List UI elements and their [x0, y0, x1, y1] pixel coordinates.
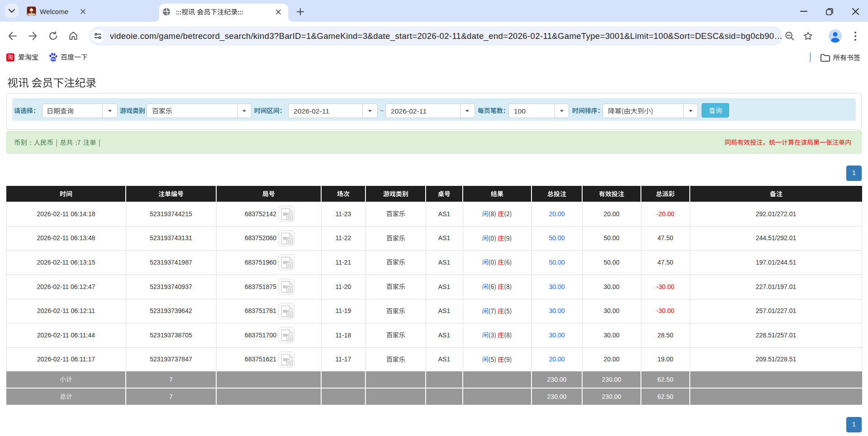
svg-text:du: du: [51, 57, 56, 61]
